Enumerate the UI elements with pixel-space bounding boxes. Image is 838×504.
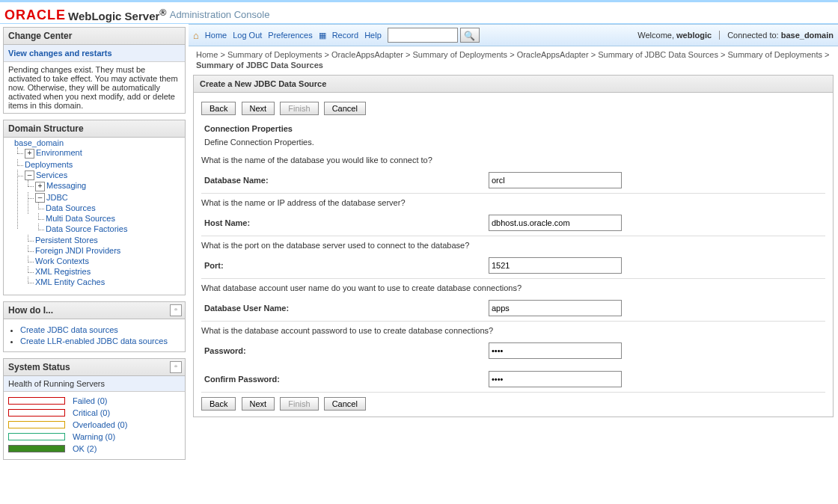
section-subtitle: Define Connection Properties. (204, 138, 825, 147)
label-confirm-password: Confirm Password: (201, 375, 489, 384)
finish-button-bottom: Finish (280, 397, 318, 411)
question-port: What is the port on the database server … (201, 241, 825, 250)
banner: ORACLE WebLogic Server® Administration C… (0, 0, 838, 24)
domain-structure-panel: Domain Structure base_domain +Environmen… (3, 120, 186, 295)
oracle-logo: ORACLE (4, 7, 66, 22)
status-ok[interactable]: OK (2) (73, 444, 97, 453)
page-title: Create a New JDBC Data Source (194, 76, 833, 93)
view-changes-link[interactable]: View changes and restarts (8, 49, 112, 58)
preferences-link[interactable]: Preferences (268, 31, 312, 40)
reg-mark: ® (159, 7, 166, 18)
next-button-bottom[interactable]: Next (242, 397, 275, 411)
tree-xml-entity-caches[interactable]: XML Entity Caches (35, 277, 105, 286)
cancel-button-bottom[interactable]: Cancel (324, 397, 366, 411)
tree-root[interactable]: base_domain (14, 138, 64, 147)
label-password: Password: (201, 346, 489, 355)
how-do-i-title: How do I... (8, 305, 53, 316)
tree-environment[interactable]: Environment (36, 148, 82, 157)
change-center-msg: Pending changes exist. They must be acti… (4, 62, 185, 113)
product-name: WebLogic Server (68, 10, 159, 22)
welcome-label: Welcome, (637, 31, 676, 40)
collapse-icon[interactable]: – (35, 193, 45, 203)
expand-icon[interactable]: + (35, 182, 45, 191)
howdo-link-1[interactable]: Create JDBC data sources (20, 325, 118, 334)
tree-persistent-stores[interactable]: Persistent Stores (35, 236, 98, 245)
input-password[interactable] (489, 342, 622, 359)
bc-item[interactable]: Summary of Deployments (728, 50, 823, 59)
help-link[interactable]: Help (364, 31, 382, 40)
bc-item[interactable]: Home (196, 50, 218, 59)
tree-messaging[interactable]: Messaging (46, 181, 86, 190)
input-port[interactable] (489, 257, 622, 274)
label-host: Host Name: (201, 218, 489, 227)
label-db-name: Database Name: (201, 176, 489, 185)
home-link[interactable]: Home (205, 31, 227, 40)
how-do-i-panel: How do I...▫ Create JDBC data sources Cr… (3, 301, 186, 352)
cancel-button[interactable]: Cancel (324, 102, 366, 115)
search-input[interactable] (388, 28, 458, 43)
input-db-name[interactable] (489, 172, 622, 188)
input-user[interactable] (489, 300, 622, 316)
tree-multi-data-sources[interactable]: Multi Data Sources (46, 214, 115, 223)
collapse-icon[interactable]: ▫ (170, 361, 182, 373)
bc-item[interactable]: Summary of JDBC Data Sources (598, 50, 718, 59)
change-center-title: Change Center (4, 28, 185, 45)
status-critical[interactable]: Critical (0) (73, 408, 110, 417)
bc-item[interactable]: OracleAppsAdapter (331, 50, 403, 59)
input-host[interactable] (489, 215, 622, 231)
bc-item[interactable]: Summary of Deployments (227, 50, 322, 59)
howdo-link-2[interactable]: Create LLR-enabled JDBC data sources (20, 336, 168, 345)
domain-tree[interactable]: base_domain +Environment Deployments –Se… (4, 138, 185, 295)
tree-xml-registries[interactable]: XML Registries (35, 267, 91, 276)
tree-services[interactable]: Services (36, 170, 67, 179)
connected-domain: base_domain (781, 31, 834, 40)
domain-structure-title: Domain Structure (4, 120, 185, 138)
tree-data-source-factories[interactable]: Data Source Factories (46, 224, 127, 233)
search-icon: 🔍 (464, 31, 475, 41)
console-subtitle: Administration Console (170, 9, 270, 20)
search-button[interactable]: 🔍 (460, 28, 480, 43)
breadcrumb: Home > Summary of Deployments > OracleAp… (189, 46, 838, 72)
back-button[interactable]: Back (201, 102, 236, 115)
question-password: What is the database account password to… (201, 326, 825, 335)
record-icon: ▦ (319, 31, 326, 40)
connected-label: Connected to: (727, 31, 781, 40)
tree-foreign-jndi[interactable]: Foreign JNDI Providers (35, 246, 120, 255)
change-center-panel: Change Center View changes and restarts … (3, 27, 186, 114)
section-title: Connection Properties (204, 124, 825, 133)
back-button-bottom[interactable]: Back (201, 397, 236, 411)
label-port: Port: (201, 261, 489, 270)
expand-icon[interactable]: + (25, 149, 34, 159)
tree-jdbc[interactable]: JDBC (46, 193, 68, 202)
tree-deployments[interactable]: Deployments (25, 160, 73, 169)
collapse-icon[interactable]: – (25, 170, 34, 180)
status-warning[interactable]: Warning (0) (73, 432, 115, 441)
finish-button: Finish (280, 102, 318, 115)
input-confirm-password[interactable] (489, 371, 622, 387)
system-status-panel: System Status▫ Health of Running Servers… (3, 358, 186, 460)
collapse-icon[interactable]: ▫ (170, 304, 182, 316)
status-failed[interactable]: Failed (0) (73, 396, 107, 405)
question-host: What is the name or IP address of the da… (201, 198, 825, 207)
label-user: Database User Name: (201, 304, 489, 313)
home-icon: ⌂ (193, 30, 199, 41)
main-content: Create a New JDBC Data Source Back Next … (193, 75, 834, 417)
logout-link[interactable]: Log Out (233, 31, 262, 40)
tree-work-contexts[interactable]: Work Contexts (35, 256, 89, 265)
welcome-user: weblogic (676, 31, 712, 40)
status-overloaded[interactable]: Overloaded (0) (73, 420, 127, 429)
next-button[interactable]: Next (242, 102, 275, 115)
bc-item[interactable]: OracleAppsAdapter (517, 50, 589, 59)
record-link[interactable]: Record (332, 31, 358, 40)
toolbar: ⌂ Home Log Out Preferences ▦ Record Help… (189, 24, 838, 46)
bc-current: Summary of JDBC Data Sources (196, 61, 323, 70)
bc-item[interactable]: Summary of Deployments (413, 50, 508, 59)
question-db-name: What is the name of the database you wou… (201, 156, 825, 165)
tree-data-sources[interactable]: Data Sources (46, 203, 96, 212)
question-user: What database account user name do you w… (201, 283, 825, 292)
system-status-sub: Health of Running Servers (4, 376, 185, 392)
system-status-title: System Status (8, 362, 70, 372)
